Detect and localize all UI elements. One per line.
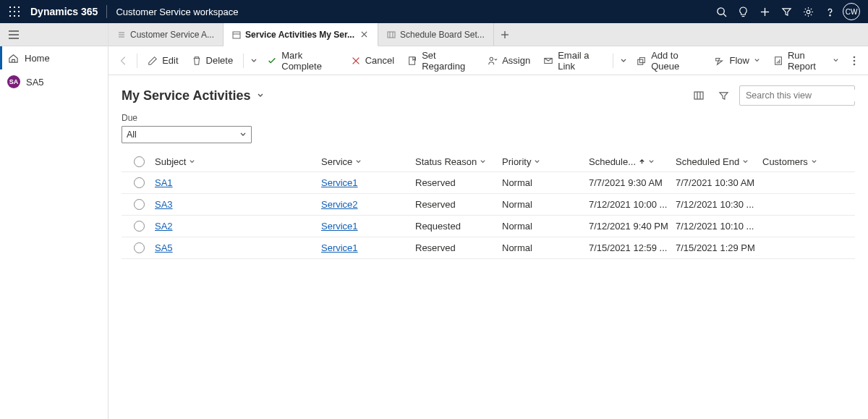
cmd-label: Run Report [788,50,828,72]
calendar-icon [232,30,241,39]
svg-rect-6 [9,15,11,17]
column-header-priority[interactable]: Priority [502,156,589,167]
svg-point-43 [854,59,856,62]
service-link[interactable]: Service1 [321,177,358,188]
svg-rect-5 [18,11,20,12]
tab-label: Customer Service A... [130,30,214,40]
tab-label: Schedule Board Set... [400,30,485,40]
svg-line-10 [723,14,726,17]
sidebar-item-sa5[interactable]: SA SA5 [0,69,108,94]
filter-icon[interactable] [775,1,797,22]
flow-button[interactable]: Flow [709,51,765,70]
cmd-label: Add to Queue [651,50,702,72]
tab-service-activities[interactable]: Service Activities My Ser... [224,23,378,46]
sidebar-item-label: Home [25,53,50,64]
svg-point-42 [854,56,856,58]
search-view-box[interactable] [739,85,855,106]
filter-icon[interactable] [715,87,732,104]
hamburger-icon[interactable] [6,27,22,43]
gear-icon[interactable] [797,1,819,22]
add-tab-icon[interactable] [494,23,516,46]
svg-point-34 [490,57,493,60]
svg-rect-37 [640,57,645,62]
cmd-label: Assign [502,55,530,66]
back-icon[interactable] [114,51,132,71]
run-report-button[interactable]: Run Report [767,46,845,76]
app-launcher-icon[interactable] [6,3,23,20]
tab-label: Service Activities My Ser... [245,30,354,40]
sidebar-item-home[interactable]: Home [0,46,108,69]
scheduled-end-cell: 7/12/2021 10:30 ... [676,199,762,210]
cancel-button[interactable]: Cancel [345,51,400,70]
edit-columns-icon[interactable] [690,87,707,104]
row-select-circle[interactable] [134,221,145,232]
service-link[interactable]: Service1 [321,242,358,253]
search-input[interactable] [744,90,861,101]
tab-customer-service[interactable]: Customer Service A... [109,23,224,46]
row-select-circle[interactable] [134,199,145,210]
filter-label: Due [122,113,855,123]
svg-point-15 [829,14,830,15]
row-select-circle[interactable] [134,242,145,253]
column-header-scheduled-start[interactable]: Schedule... [589,156,676,167]
table-row[interactable]: SA5Service1ReservedNormal7/15/2021 12:59… [122,237,855,259]
overflow-icon[interactable] [846,51,862,71]
table-row[interactable]: SA2Service1RequestedNormal7/12/2021 9:40… [122,215,855,237]
assign-button[interactable]: Assign [482,51,536,70]
filter-value: All [127,130,137,140]
priority-cell: Normal [502,177,589,188]
column-header-customers[interactable]: Customers [762,156,849,167]
subject-link[interactable]: SA3 [155,199,173,210]
close-icon[interactable] [359,30,369,40]
subject-link[interactable]: SA2 [155,221,173,232]
search-icon[interactable] [710,1,732,22]
svg-rect-7 [14,15,15,17]
cmd-label: Edit [162,55,178,66]
chevron-down-icon[interactable] [618,54,629,68]
due-filter-dropdown[interactable]: All [122,126,252,143]
service-link[interactable]: Service2 [321,199,358,210]
row-select-circle[interactable] [134,177,145,188]
column-header-scheduled-end[interactable]: Scheduled End [676,156,762,167]
svg-rect-22 [233,32,240,38]
svg-point-9 [717,7,723,14]
svg-point-14 [807,10,810,14]
grid-header: Subject Service Status Reason Priority [122,152,855,172]
email-link-button[interactable]: Email a Link [537,46,608,76]
data-grid: Subject Service Status Reason Priority [122,152,855,259]
edit-button[interactable]: Edit [142,51,184,70]
status-cell: Requested [415,221,502,232]
svg-rect-3 [9,11,11,12]
column-header-service[interactable]: Service [321,156,415,167]
service-link[interactable]: Service1 [321,221,358,232]
scheduled-end-cell: 7/7/2021 10:30 AM [676,177,762,188]
delete-button[interactable]: Delete [186,51,239,70]
svg-point-44 [854,63,856,65]
user-avatar[interactable]: CW [841,1,862,22]
tab-schedule-board[interactable]: Schedule Board Set... [378,23,494,46]
add-to-queue-button[interactable]: Add to Queue [631,46,707,76]
subject-link[interactable]: SA5 [155,242,173,253]
mark-complete-button[interactable]: Mark Complete [261,46,343,76]
cmd-label: Set Regarding [422,50,475,72]
column-header-subject[interactable]: Subject [155,156,321,167]
help-icon[interactable] [819,1,841,22]
svg-rect-36 [638,59,643,64]
set-regarding-button[interactable]: Set Regarding [401,46,480,76]
chevron-down-icon[interactable] [248,54,260,68]
scheduled-start-cell: 7/7/2021 9:30 AM [589,177,676,188]
priority-cell: Normal [502,221,589,232]
select-all-circle[interactable] [134,156,145,167]
view-selector[interactable]: My Service Activities [122,88,265,103]
subject-link[interactable]: SA1 [155,177,173,188]
table-row[interactable]: SA1Service1ReservedNormal7/7/2021 9:30 A… [122,172,855,193]
brand-label: Dynamics 365 [30,6,98,17]
chevron-down-icon [534,158,540,165]
chevron-down-icon [355,158,362,165]
table-row[interactable]: SA3Service2ReservedNormal7/12/2021 10:00… [122,193,855,215]
column-header-status-reason[interactable]: Status Reason [415,156,502,167]
svg-rect-4 [14,11,15,12]
svg-rect-1 [14,7,15,8]
lightbulb-icon[interactable] [732,1,754,22]
add-icon[interactable] [754,1,775,22]
